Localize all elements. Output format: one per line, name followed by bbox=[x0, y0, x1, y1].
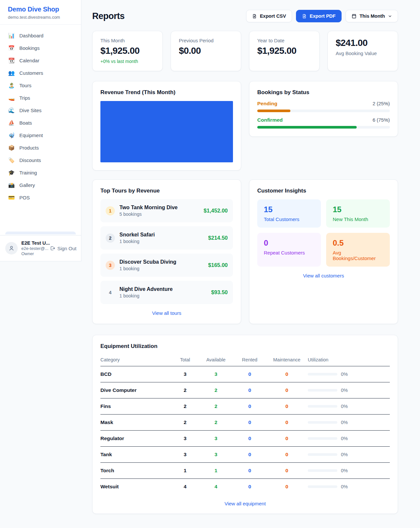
page-header: Reports Export CSV Export PDF This Month bbox=[92, 10, 398, 22]
sidebar-item-label: Customers bbox=[19, 70, 43, 76]
card-title: Customer Insights bbox=[257, 188, 390, 194]
cell-maintenance: 0 bbox=[266, 366, 308, 382]
tile-repeat-customers: 0 Repeat Customers bbox=[257, 233, 321, 267]
view-all-customers-link[interactable]: View all customers bbox=[257, 273, 390, 278]
cell-rented: 0 bbox=[234, 447, 266, 463]
calendar-icon: 📆 bbox=[8, 57, 15, 64]
cell-total: 2 bbox=[172, 415, 198, 431]
tour-bookings: 1 booking bbox=[119, 266, 176, 271]
island-icon: 🏝️ bbox=[8, 82, 15, 89]
sidebar-item-reports-partial[interactable] bbox=[5, 232, 76, 234]
sailboat-icon: ⛵ bbox=[8, 120, 15, 126]
credit-card-icon: 💳 bbox=[8, 194, 15, 201]
sign-out-button[interactable]: Sign Out bbox=[50, 246, 76, 251]
export-pdf-button[interactable]: Export PDF bbox=[296, 10, 342, 22]
rank-badge: 4 bbox=[106, 288, 115, 297]
sidebar-item-label: Tours bbox=[19, 83, 32, 88]
stat-label: Year to Date bbox=[257, 38, 311, 43]
wave-icon: 🌊 bbox=[8, 107, 15, 113]
tile-value: 0.5 bbox=[333, 238, 383, 248]
status-bar-track bbox=[257, 126, 390, 129]
utilization-bar bbox=[308, 389, 337, 392]
stats-row: This Month $1,925.00 +0% vs last month P… bbox=[92, 31, 398, 71]
view-all-equipment-link[interactable]: View all equipment bbox=[100, 501, 390, 506]
table-row: Regulator 3 3 0 0 0% bbox=[100, 431, 390, 447]
table-row: Tank 3 3 0 0 0% bbox=[100, 447, 390, 463]
camera-icon: 📸 bbox=[8, 182, 15, 188]
period-dropdown[interactable]: This Month bbox=[346, 10, 398, 22]
package-icon: 📦 bbox=[8, 145, 15, 151]
user-info: E2E Test U... e2e-tester@... Owner bbox=[21, 240, 46, 256]
top-tours-card: Top Tours by Revenue 1 Two Tank Morning … bbox=[92, 179, 241, 324]
sidebar-item-discounts[interactable]: 🏷️ Discounts bbox=[0, 154, 81, 166]
tour-revenue: $1,452.00 bbox=[204, 208, 228, 214]
column-header: Available bbox=[198, 354, 234, 366]
sidebar-item-label: Gallery bbox=[19, 182, 35, 188]
sidebar-item-dive-sites[interactable]: 🌊 Dive Sites bbox=[0, 104, 81, 116]
cell-category: Dive Computer bbox=[100, 382, 172, 398]
cell-utilization: 0% bbox=[308, 398, 390, 415]
sidebar-item-equipment[interactable]: 🤿 Equipment bbox=[0, 129, 81, 141]
stat-card-year-to-date: Year to Date $1,925.00 bbox=[249, 31, 320, 71]
cell-utilization: 0% bbox=[308, 463, 390, 479]
sidebar-item-training[interactable]: 🎓 Training bbox=[0, 166, 81, 179]
header-actions: Export CSV Export PDF This Month bbox=[246, 10, 398, 22]
utilization-pct: 0% bbox=[341, 452, 348, 457]
stat-card-previous-period: Previous Period $0.00 bbox=[171, 31, 241, 71]
cell-rented: 0 bbox=[234, 398, 266, 415]
page-title: Reports bbox=[92, 11, 125, 21]
cell-rented: 0 bbox=[234, 366, 266, 382]
customers-icon: 👥 bbox=[8, 70, 15, 76]
utilization-pct: 0% bbox=[341, 468, 348, 473]
graduation-cap-icon: 🎓 bbox=[8, 170, 15, 176]
sidebar-item-trips[interactable]: 🚤 Trips bbox=[0, 91, 81, 104]
cell-rented: 0 bbox=[234, 415, 266, 431]
card-title: Revenue Trend (This Month) bbox=[100, 89, 233, 96]
cell-total: 1 bbox=[172, 463, 198, 479]
utilization-bar bbox=[308, 405, 337, 408]
export-csv-label: Export CSV bbox=[260, 13, 286, 19]
table-row: Torch 1 1 0 0 0% bbox=[100, 463, 390, 479]
stat-value: $1,925.00 bbox=[257, 46, 311, 56]
sidebar: Demo Dive Shop demo.test.divestreams.com… bbox=[0, 0, 81, 261]
status-bar-track bbox=[257, 110, 390, 112]
sidebar-item-calendar[interactable]: 📆 Calendar bbox=[0, 54, 81, 67]
stat-label: This Month bbox=[100, 38, 155, 43]
tile-new-this-month: 15 New This Month bbox=[326, 199, 390, 228]
revenue-trend-card: Revenue Trend (This Month) bbox=[92, 81, 241, 171]
card-title: Equipment Utilization bbox=[100, 343, 390, 350]
status-bar-fill bbox=[257, 110, 290, 112]
sidebar-item-tours[interactable]: 🏝️ Tours bbox=[0, 79, 81, 91]
user-role: Owner bbox=[21, 251, 46, 256]
sidebar-item-pos[interactable]: 💳 POS bbox=[0, 191, 81, 204]
tile-value: 15 bbox=[333, 205, 383, 214]
cell-category: Mask bbox=[100, 415, 172, 431]
sidebar-item-products[interactable]: 📦 Products bbox=[0, 141, 81, 154]
shop-domain: demo.test.divestreams.com bbox=[8, 15, 73, 20]
column-header: Category bbox=[100, 354, 172, 366]
tile-label: New This Month bbox=[333, 216, 383, 222]
tile-label: Avg Bookings/Customer bbox=[333, 250, 383, 261]
stat-label: Avg Booking Value bbox=[336, 51, 390, 56]
status-label: Confirmed bbox=[257, 117, 283, 123]
sidebar-item-boats[interactable]: ⛵ Boats bbox=[0, 116, 81, 129]
status-row-confirmed: Confirmed 6 (75%) bbox=[257, 117, 390, 123]
view-all-tours-link[interactable]: View all tours bbox=[100, 310, 233, 316]
sidebar-item-customers[interactable]: 👥 Customers bbox=[0, 67, 81, 79]
sidebar-item-dashboard[interactable]: 📊 Dashboard bbox=[0, 29, 81, 42]
stat-card-this-month: This Month $1,925.00 +0% vs last month bbox=[92, 31, 163, 71]
cell-total: 4 bbox=[172, 479, 198, 495]
cell-category: Wetsuit bbox=[100, 479, 172, 495]
export-csv-button[interactable]: Export CSV bbox=[246, 10, 292, 22]
column-header: Rented bbox=[234, 354, 266, 366]
sidebar-item-bookings[interactable]: 📅 Bookings bbox=[0, 42, 81, 54]
status-count: 6 (75%) bbox=[372, 117, 390, 123]
utilization-bar bbox=[308, 437, 337, 440]
cell-category: Torch bbox=[100, 463, 172, 479]
tile-avg-bookings-customer: 0.5 Avg Bookings/Customer bbox=[326, 233, 390, 267]
stat-value: $0.00 bbox=[179, 46, 233, 56]
cell-maintenance: 0 bbox=[266, 431, 308, 447]
cell-utilization: 0% bbox=[308, 382, 390, 398]
status-row-pending: Pending 2 (25%) bbox=[257, 101, 390, 107]
sidebar-item-gallery[interactable]: 📸 Gallery bbox=[0, 179, 81, 191]
